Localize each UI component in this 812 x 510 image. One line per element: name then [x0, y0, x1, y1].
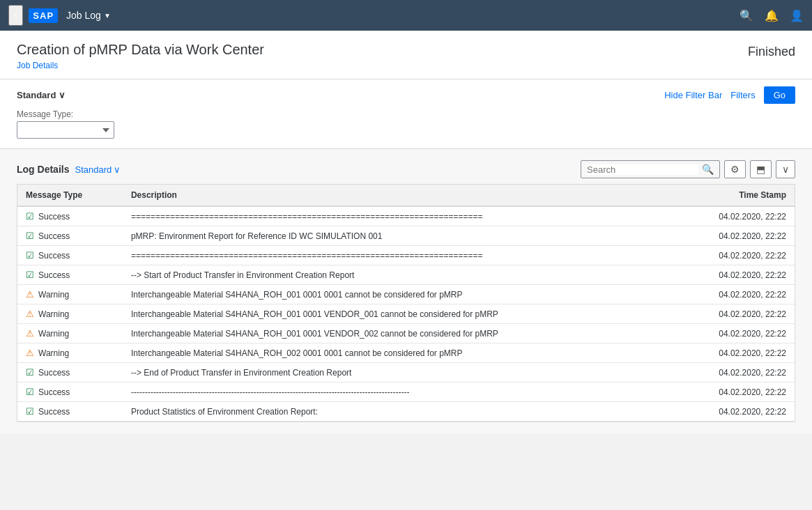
table-row: ☑Success--> Start of Product Transfer in… [17, 265, 795, 285]
description-cell: --> End of Product Transfer in Environme… [123, 363, 674, 382]
nav-title-chevron-icon[interactable]: ▼ [104, 12, 111, 20]
description-cell: Interchangeable Material S4HANA_ROH_001 … [123, 304, 674, 324]
table-row: ⚠WarningInterchangeable Material S4HANA_… [17, 343, 795, 363]
timestamp-cell: 04.02.2020, 22:22 [674, 285, 795, 304]
description-cell: ----------------------------------------… [123, 382, 674, 402]
search-icon[interactable]: 🔍 [702, 164, 714, 175]
success-icon: ☑ [26, 387, 34, 397]
message-type-label: Warning [38, 348, 69, 358]
filters-link[interactable]: Filters [730, 90, 755, 100]
description-cell: --> Start of Product Transfer in Environ… [123, 265, 674, 285]
filter-bar-top: Standard ∨ Hide Filter Bar Filters Go [17, 86, 795, 104]
content-area: Log Details Standard ∨ 🔍 ⚙ ⬒ ∨ [0, 149, 812, 433]
message-type-filter: Message Type: Success Warning Error [17, 109, 114, 139]
message-type-label: Message Type: [17, 109, 114, 119]
settings-button[interactable]: ⚙ [724, 160, 746, 178]
top-navigation: ‹ SAP Job Log ▼ 🔍 🔔 👤 [0, 0, 812, 31]
success-icon: ☑ [26, 367, 34, 378]
table-row: ☑Success--------------------------------… [17, 382, 795, 402]
export-icon: ⬒ [756, 164, 765, 175]
table-variant-selector[interactable]: Standard ∨ [75, 164, 121, 175]
message-type-label: Success [38, 387, 70, 397]
table-row: ☑Success================================… [17, 206, 795, 226]
export-button[interactable]: ⬒ [750, 160, 772, 178]
table-row: ⚠WarningInterchangeable Material S4HANA_… [17, 324, 795, 343]
expand-icon: ∨ [782, 164, 789, 175]
warning-icon: ⚠ [26, 309, 34, 319]
message-type-label: Warning [38, 290, 69, 300]
search-input[interactable] [587, 164, 698, 175]
timestamp-cell: 04.02.2020, 22:22 [674, 226, 795, 246]
message-type-label: Success [38, 407, 70, 417]
success-icon: ☑ [26, 250, 34, 261]
page-title-section: Creation of pMRP Data via Work Center Jo… [17, 42, 264, 79]
table-body: ☑Success================================… [17, 206, 795, 422]
search-input-wrapper: 🔍 [581, 160, 720, 178]
col-header-timestamp: Time Stamp [674, 185, 795, 206]
table-title: Log Details [17, 164, 69, 175]
table-toolbar-left: Log Details Standard ∨ [17, 164, 121, 175]
table-toolbar-right: 🔍 ⚙ ⬒ ∨ [581, 160, 795, 178]
hide-filter-bar-link[interactable]: Hide Filter Bar [664, 90, 722, 100]
description-cell: Interchangeable Material S4HANA_ROH_001 … [123, 324, 674, 343]
message-type-select[interactable]: Success Warning Error [17, 121, 114, 139]
message-type-cell: ☑Success [17, 206, 123, 226]
status-badge: Finished [748, 42, 795, 59]
message-type-label: Success [38, 368, 70, 378]
table-row: ☑Success--> End of Product Transfer in E… [17, 363, 795, 382]
timestamp-cell: 04.02.2020, 22:22 [674, 304, 795, 324]
log-table: Message Type Description Time Stamp ☑Suc… [17, 185, 795, 422]
job-details-link[interactable]: Job Details [17, 61, 264, 79]
message-type-label: Success [38, 270, 70, 280]
message-type-label: Warning [38, 309, 69, 319]
expand-button[interactable]: ∨ [776, 160, 795, 178]
message-type-cell: ☑Success [17, 363, 123, 382]
filter-bar: Standard ∨ Hide Filter Bar Filters Go Me… [0, 79, 812, 149]
message-type-cell: ⚠Warning [17, 285, 123, 304]
message-type-label: Success [38, 212, 70, 222]
timestamp-cell: 04.02.2020, 22:22 [674, 343, 795, 363]
table-row: ⚠WarningInterchangeable Material S4HANA_… [17, 285, 795, 304]
nav-icons: 🔍 🔔 👤 [740, 9, 804, 22]
message-type-cell: ☑Success [17, 265, 123, 285]
success-icon: ☑ [26, 211, 34, 222]
message-type-cell: ☑Success [17, 246, 123, 265]
user-icon[interactable]: 👤 [790, 9, 804, 22]
description-cell: Interchangeable Material S4HANA_ROH_002 … [123, 343, 674, 363]
warning-icon: ⚠ [26, 328, 34, 339]
settings-icon: ⚙ [730, 164, 740, 175]
nav-title: Job Log ▼ [66, 10, 111, 21]
filter-bar-actions: Hide Filter Bar Filters Go [664, 86, 795, 104]
description-cell: ========================================… [123, 206, 674, 226]
message-type-label: Warning [38, 329, 69, 339]
page-header: Creation of pMRP Data via Work Center Jo… [0, 31, 812, 79]
filter-row: Message Type: Success Warning Error [17, 109, 795, 139]
go-button[interactable]: Go [764, 86, 795, 104]
page-title: Creation of pMRP Data via Work Center [17, 42, 264, 58]
table-row: ☑SuccessProduct Statistics of Environmen… [17, 402, 795, 422]
notification-icon[interactable]: 🔔 [765, 9, 779, 22]
table-variant-chevron-icon: ∨ [114, 164, 121, 175]
message-type-cell: ⚠Warning [17, 304, 123, 324]
search-icon[interactable]: 🔍 [740, 9, 753, 22]
timestamp-cell: 04.02.2020, 22:22 [674, 324, 795, 343]
col-header-message-type: Message Type [17, 185, 123, 206]
table-row: ☑SuccesspMRP: Environment Report for Ref… [17, 226, 795, 246]
description-cell: ========================================… [123, 246, 674, 265]
log-table-scroll: Message Type Description Time Stamp ☑Suc… [17, 184, 795, 422]
filter-variant-selector[interactable]: Standard ∨ [17, 90, 66, 100]
timestamp-cell: 04.02.2020, 22:22 [674, 265, 795, 285]
table-row: ⚠WarningInterchangeable Material S4HANA_… [17, 304, 795, 324]
warning-icon: ⚠ [26, 289, 34, 300]
sap-logo: SAP [29, 8, 58, 23]
description-cell: pMRP: Environment Report for Reference I… [123, 226, 674, 246]
warning-icon: ⚠ [26, 348, 34, 358]
message-type-cell: ⚠Warning [17, 343, 123, 363]
table-row: ☑Success================================… [17, 246, 795, 265]
message-type-cell: ☑Success [17, 382, 123, 402]
col-header-description: Description [123, 185, 674, 206]
message-type-cell: ☑Success [17, 402, 123, 422]
description-cell: Product Statistics of Environment Creati… [123, 402, 674, 422]
back-button[interactable]: ‹ [8, 5, 23, 26]
timestamp-cell: 04.02.2020, 22:22 [674, 363, 795, 382]
